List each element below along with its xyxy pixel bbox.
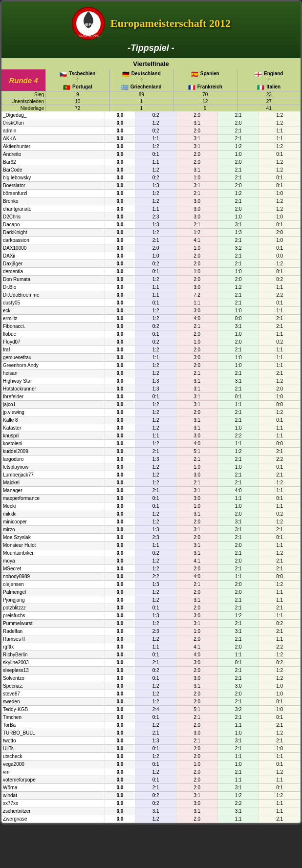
player-score1: 0:2	[135, 800, 176, 807]
player-score2: 3:1	[176, 792, 217, 800]
player-pts: 0,0	[105, 237, 135, 244]
player-name: Moe Szyslak	[1, 534, 105, 542]
player-score4: 1:2	[259, 792, 301, 800]
player-score2: 3:1	[176, 377, 217, 385]
player-score3: 2:1	[217, 385, 259, 393]
table-row: xx77xx 0,0 0:2 3:0 2:2 1:1	[1, 800, 301, 807]
player-pts: 0,0	[105, 557, 135, 565]
player-pts: 0,0	[105, 643, 135, 651]
table-row: Teddy-KGB 0,0 2:4 5:1 3:2 1:0	[1, 706, 301, 714]
player-score1: 0:1	[135, 151, 176, 158]
player-pts: 0,0	[105, 573, 135, 581]
player-score1: 1:2	[135, 479, 176, 487]
player-score3: 2:0	[217, 205, 259, 213]
player-score3: 2:1	[217, 197, 259, 205]
player-pts: 0,0	[105, 698, 135, 706]
player-score1: 1:2	[135, 471, 176, 479]
table-row: TURBO_BULL 0,0 2:1 3:0 1:0 1:2	[1, 729, 301, 737]
table-row: sweden 0,0 1:2 2:0 2:1 0:1	[1, 698, 301, 706]
player-pts: 0,0	[105, 135, 135, 143]
player-score1: 2:3	[135, 213, 176, 221]
player-pts: 0,0	[105, 745, 135, 753]
player-pts: 0,0	[105, 495, 135, 502]
player-score4: 2:1	[259, 526, 301, 534]
player-name: jp.viewing	[1, 409, 105, 416]
table-row: dusty05 0,0 0:1 1:1 2:1 0:1	[1, 299, 301, 307]
player-score4: 1:2	[259, 158, 301, 166]
player-name: windat	[1, 792, 105, 800]
player-name: DAXii	[1, 252, 105, 260]
table-row: Bär62 0,0 1:1 2:0 2:0 1:2	[1, 158, 301, 166]
player-score4: 2:1	[259, 604, 301, 612]
player-name: moya	[1, 557, 105, 565]
player-score1: 1:2	[135, 346, 176, 354]
player-score4: 1:2	[259, 667, 301, 674]
player-score4: 0:0	[259, 252, 301, 260]
player-score4: 1:1	[259, 362, 301, 369]
player-score4: 1:1	[259, 346, 301, 354]
player-score3: 4:0	[217, 487, 259, 495]
player-name: Bronko	[1, 197, 105, 205]
player-score1: 1:2	[135, 197, 176, 205]
player-score2: 4:0	[176, 315, 217, 323]
player-pts: 0,0	[105, 714, 135, 721]
player-pts: 0,0	[105, 518, 135, 526]
player-score3: 1:2	[217, 792, 259, 800]
player-score3: 2:1	[217, 237, 259, 244]
player-score3: 2:1	[217, 416, 259, 424]
player-score2: 1:2	[176, 229, 217, 237]
player-score4: 0:1	[259, 299, 301, 307]
player-score3: 1:0	[217, 729, 259, 737]
player-score2: 2:0	[176, 409, 217, 416]
player-pts: 0,0	[105, 596, 135, 604]
player-name: Bär62	[1, 158, 105, 166]
player-score2: 3:0	[176, 307, 217, 315]
player-pts: 0,0	[105, 471, 135, 479]
player-score4: 2:1	[259, 369, 301, 377]
player-name: preisfuchs	[1, 612, 105, 620]
player-score3: 1:3	[217, 229, 259, 237]
player-score2: 2:0	[176, 151, 217, 158]
player-score2: 3:1	[176, 119, 217, 127]
runde-cell: Runde 4	[1, 69, 45, 91]
flag-en: 🏴󠁧󠁢󠁥󠁮󠁧󠁿	[255, 71, 262, 76]
player-score1: 2:1	[135, 729, 176, 737]
player-name: votemeforpope	[1, 776, 105, 784]
player-pts: 0,0	[105, 362, 135, 369]
match-col-4: 🏴󠁧󠁢󠁥󠁮󠁧󠁿 England ÷ 🇮🇹 Italien	[237, 69, 301, 91]
player-score2: 1:0	[176, 760, 217, 768]
player-name: Kalle 8	[1, 416, 105, 424]
player-score1: 1:3	[135, 526, 176, 534]
flag-fr: 🇫🇷	[188, 84, 196, 89]
player-name: Daxjäger	[1, 260, 105, 268]
player-score1: 0:1	[135, 714, 176, 721]
table-row: admin 0,0 0:2 2:0 2:1 1:1	[1, 127, 301, 135]
player-score3: 2:1	[217, 479, 259, 487]
player-score4: 1:2	[259, 377, 301, 385]
player-score4: 2:1	[259, 471, 301, 479]
player-score1: 0:1	[135, 674, 176, 682]
table-row: Monsieur Hulot 0,0 1:1 3:1 2:0 1:1	[1, 542, 301, 549]
player-score1: 1:3	[135, 612, 176, 620]
match-teams-2: 🇩🇪 Deutschland ÷ 🇬🇷 Griechenland	[110, 69, 173, 91]
player-score1: 0:1	[135, 495, 176, 502]
runde-header: Runde 4 🇨🇿 Tschechien ÷ 🇵🇹 Portugal	[1, 69, 301, 91]
team2-row-2: 🇬🇷 Griechenland	[120, 84, 163, 90]
player-name: Lumberjack77	[1, 471, 105, 479]
player-score3: 1:1	[217, 815, 259, 823]
player-name: olejensen	[1, 581, 105, 588]
player-score1: 0:1	[135, 299, 176, 307]
table-row: Palmengel 0,0 1:2 2:0 2:0 1:1	[1, 588, 301, 596]
player-score2: 2:0	[176, 753, 217, 760]
player-name: TorBa	[1, 721, 105, 729]
team2-name-1: Portugal	[72, 84, 92, 89]
player-score3: 3:2	[217, 244, 259, 252]
player-score4: 2:1	[259, 737, 301, 745]
table-row: Timchen 0,0 0:1 2:1 2:1 0:1	[1, 714, 301, 721]
player-score2: 4:1	[176, 557, 217, 565]
player-score2: 2:0	[176, 518, 217, 526]
table-row: skyline2003 0,0 2:1 3:0 0:1 0:2	[1, 659, 301, 667]
player-score3: 2:2	[217, 432, 259, 440]
player-name: gemuesefrau	[1, 354, 105, 362]
player-name: flobuc	[1, 330, 105, 338]
